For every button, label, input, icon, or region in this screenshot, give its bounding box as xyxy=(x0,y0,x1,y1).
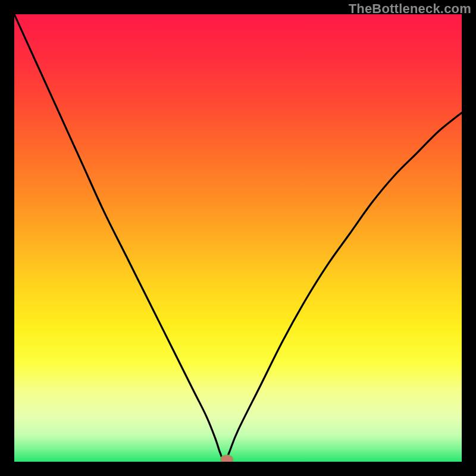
plot-area xyxy=(14,14,462,462)
chart-frame xyxy=(14,14,462,462)
optimal-point-marker xyxy=(221,455,233,462)
watermark-text: TheBottleneck.com xyxy=(349,1,471,17)
gradient-background xyxy=(14,14,462,462)
bottleneck-chart xyxy=(14,14,462,462)
